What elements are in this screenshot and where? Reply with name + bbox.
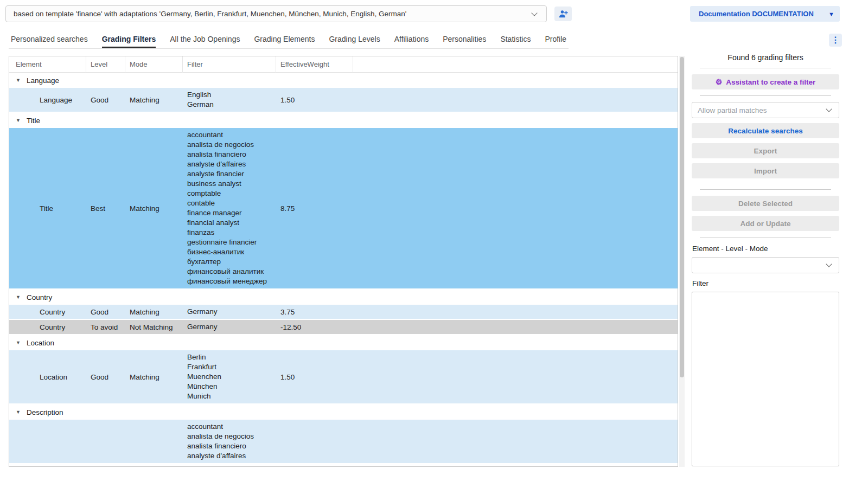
table-body: ▼LanguageLanguageGoodMatchingEnglishGerm… xyxy=(9,73,678,463)
tabs-row: Personalized searchesGrading FiltersAll … xyxy=(9,31,678,49)
cell-filter: EnglishGerman xyxy=(183,88,276,112)
collapse-triangle-icon[interactable]: ▼ xyxy=(16,78,21,83)
caret-down-icon: ▼ xyxy=(828,11,834,17)
filter-row[interactable]: LanguageGoodMatchingEnglishGerman1.50 xyxy=(9,88,678,112)
cell-element: Country xyxy=(9,308,86,316)
cell-weight: 8.75 xyxy=(276,204,353,213)
cell-filter: accountantanalista de negociosanalista f… xyxy=(183,420,276,463)
cell-mode: Matching xyxy=(125,373,183,381)
delete-selected-button[interactable]: Delete Selected xyxy=(692,196,839,211)
cell-level: Good xyxy=(86,373,125,381)
cell-element: Title xyxy=(9,204,86,213)
filter-row[interactable]: CountryTo avoidNot MatchingGermany-12.50 xyxy=(9,320,678,334)
collapse-triangle-icon[interactable]: ▼ xyxy=(16,409,21,415)
template-select[interactable]: based on template 'finance' with adaptat… xyxy=(5,5,547,22)
tab-grading-elements[interactable]: Grading Elements xyxy=(254,31,315,48)
assistant-label: Assistant to create a filter xyxy=(726,78,815,86)
element-level-mode-select[interactable] xyxy=(692,257,839,273)
collapse-triangle-icon[interactable]: ▼ xyxy=(16,340,21,345)
group-row-country[interactable]: ▼Country xyxy=(9,290,678,305)
export-button[interactable]: Export xyxy=(692,143,839,158)
chevron-down-icon xyxy=(826,261,832,267)
collapse-triangle-icon[interactable]: ▼ xyxy=(16,118,21,123)
cell-level: Good xyxy=(86,308,125,316)
partial-matches-select[interactable]: Allow partial matches xyxy=(692,102,839,118)
tab-statistics[interactable]: Statistics xyxy=(500,31,531,48)
column-header-filler xyxy=(353,56,678,73)
kebab-menu-button[interactable]: ⋮ xyxy=(829,34,842,47)
filter-textarea[interactable] xyxy=(692,292,839,466)
assistant-button[interactable]: ⚙ Assistant to create a filter xyxy=(692,74,839,89)
group-label: Location xyxy=(27,339,54,347)
column-header-mode[interactable]: Mode xyxy=(125,56,183,73)
cell-element: Country xyxy=(9,323,86,331)
filter-row[interactable]: CountryGoodMatchingGermany3.75 xyxy=(9,305,678,319)
table-header: ElementLevelModeFilterEffectiveWeight xyxy=(9,56,678,73)
tab-personalities[interactable]: Personalities xyxy=(443,31,486,48)
column-header-level[interactable]: Level xyxy=(86,56,125,73)
column-header-filter[interactable]: Filter xyxy=(183,56,276,73)
template-select-value: based on template 'finance' with adaptat… xyxy=(14,10,528,18)
group-row-language[interactable]: ▼Language xyxy=(9,73,678,88)
cell-weight: 1.50 xyxy=(276,96,353,104)
recalculate-button[interactable]: Recalculate searches xyxy=(692,123,839,138)
cell-mode: Matching xyxy=(125,204,183,213)
cell-filter: Germany xyxy=(183,305,276,319)
filter-label: Filter xyxy=(692,279,840,287)
chevron-down-icon xyxy=(826,106,832,112)
divider xyxy=(700,68,831,68)
cell-filter: BerlinFrankfurtMuenchenMünchenMunich xyxy=(183,350,276,403)
cell-level: To avoid xyxy=(86,323,125,331)
scrollbar-thumb[interactable] xyxy=(680,57,684,377)
group-label: Title xyxy=(27,117,40,125)
add-person-button[interactable] xyxy=(554,7,572,21)
cell-filter: accountantanalista de negociosanalista f… xyxy=(183,128,276,288)
documentation-label: Documentation DOCUMENTATION xyxy=(699,10,814,18)
element-level-mode-label: Element - Level - Mode xyxy=(692,245,840,253)
divider xyxy=(700,189,831,190)
gear-icon: ⚙ xyxy=(716,78,723,86)
cell-weight: 1.50 xyxy=(276,373,353,381)
column-header-element[interactable]: Element xyxy=(9,56,86,73)
tab-affiliations[interactable]: Affiliations xyxy=(394,31,429,48)
cell-filter: Germany xyxy=(183,320,276,334)
cell-mode: Matching xyxy=(125,308,183,316)
page: based on template 'finance' with adaptat… xyxy=(0,0,868,488)
cell-mode: Matching xyxy=(125,96,183,104)
divider xyxy=(700,237,831,237)
cell-weight: -12.50 xyxy=(276,323,353,331)
right-sidebar: Found 6 grading filters ⚙ Assistant to c… xyxy=(691,50,840,467)
group-row-title[interactable]: ▼Title xyxy=(9,113,678,128)
tab-grading-filters[interactable]: Grading Filters xyxy=(102,31,156,48)
filter-row[interactable]: accountantanalista de negociosanalista f… xyxy=(9,420,678,463)
documentation-button[interactable]: Documentation DOCUMENTATION ▼ xyxy=(690,6,840,22)
column-header-effectiveweight[interactable]: EffectiveWeight xyxy=(276,56,353,73)
main-content: ElementLevelModeFilterEffectiveWeight ▼L… xyxy=(9,56,685,467)
chevron-down-icon xyxy=(531,10,537,16)
group-label: Description xyxy=(27,408,63,416)
add-or-update-button[interactable]: Add or Update xyxy=(692,216,839,231)
group-row-location[interactable]: ▼Location xyxy=(9,335,678,350)
collapse-triangle-icon[interactable]: ▼ xyxy=(16,294,21,300)
grading-filters-table: ElementLevelModeFilterEffectiveWeight ▼L… xyxy=(9,56,678,467)
found-count-text: Found 6 grading filters xyxy=(691,53,840,62)
cell-weight: 3.75 xyxy=(276,308,353,316)
group-row-description[interactable]: ▼Description xyxy=(9,404,678,420)
filter-row[interactable]: TitleBestMatchingaccountantanalista de n… xyxy=(9,128,678,288)
cell-element: Location xyxy=(9,373,86,381)
table-scrollbar[interactable] xyxy=(679,56,685,467)
divider xyxy=(700,95,831,96)
person-add-icon xyxy=(559,10,568,18)
cell-mode: Not Matching xyxy=(125,323,183,331)
tab-profile[interactable]: Profile xyxy=(545,31,566,48)
cell-level: Good xyxy=(86,96,125,104)
group-label: Language xyxy=(27,76,59,85)
tabs: Personalized searchesGrading FiltersAll … xyxy=(9,31,569,49)
import-button[interactable]: Import xyxy=(692,163,839,178)
tab-all-the-job-openings[interactable]: All the Job Openings xyxy=(170,31,240,48)
cell-element: Language xyxy=(9,96,86,104)
filter-row[interactable]: LocationGoodMatchingBerlinFrankfurtMuenc… xyxy=(9,350,678,403)
tab-grading-levels[interactable]: Grading Levels xyxy=(329,31,380,48)
tab-personalized-searches[interactable]: Personalized searches xyxy=(11,31,88,48)
cell-level: Best xyxy=(86,204,125,213)
